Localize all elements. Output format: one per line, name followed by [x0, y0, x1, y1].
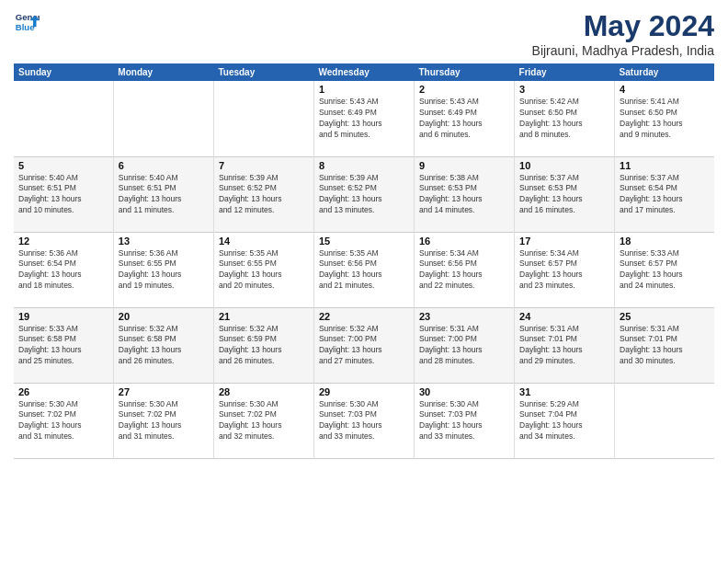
calendar-cell: 22Sunrise: 5:32 AM Sunset: 7:00 PM Dayli…: [313, 307, 414, 383]
calendar-page: General Blue May 2024 Bijrauni, Madhya P…: [0, 0, 728, 563]
calendar-cell: 9Sunrise: 5:38 AM Sunset: 6:53 PM Daylig…: [415, 156, 515, 232]
day-info: Sunrise: 5:31 AM Sunset: 7:01 PM Dayligh…: [620, 324, 710, 368]
table-row: 19Sunrise: 5:33 AM Sunset: 6:58 PM Dayli…: [14, 307, 714, 383]
day-number: 25: [620, 311, 710, 322]
day-number: 24: [519, 311, 609, 322]
day-info: Sunrise: 5:31 AM Sunset: 7:00 PM Dayligh…: [419, 324, 509, 368]
calendar-cell: 16Sunrise: 5:34 AM Sunset: 6:56 PM Dayli…: [415, 232, 515, 307]
calendar-cell: 21Sunrise: 5:32 AM Sunset: 6:59 PM Dayli…: [213, 307, 313, 383]
day-info: Sunrise: 5:32 AM Sunset: 7:00 PM Dayligh…: [319, 324, 409, 368]
subtitle: Bijrauni, Madhya Pradesh, India: [532, 43, 714, 58]
day-number: 8: [319, 160, 409, 171]
day-number: 31: [519, 386, 609, 397]
day-info: Sunrise: 5:34 AM Sunset: 6:56 PM Dayligh…: [419, 248, 509, 293]
day-info: Sunrise: 5:29 AM Sunset: 7:04 PM Dayligh…: [519, 399, 609, 443]
day-number: 7: [219, 160, 309, 171]
day-number: 17: [519, 236, 609, 247]
day-number: 20: [119, 311, 209, 322]
main-title: May 2024: [532, 9, 714, 43]
calendar-cell: 23Sunrise: 5:31 AM Sunset: 7:00 PM Dayli…: [415, 307, 515, 383]
calendar-cell: 25Sunrise: 5:31 AM Sunset: 7:01 PM Dayli…: [615, 307, 714, 383]
calendar-table: Sunday Monday Tuesday Wednesday Thursday…: [14, 63, 714, 459]
day-number: 14: [219, 236, 309, 247]
calendar-cell: 8Sunrise: 5:39 AM Sunset: 6:52 PM Daylig…: [313, 156, 414, 232]
day-info: Sunrise: 5:30 AM Sunset: 7:03 PM Dayligh…: [419, 399, 509, 443]
day-number: 27: [119, 386, 209, 397]
day-info: Sunrise: 5:30 AM Sunset: 7:02 PM Dayligh…: [119, 399, 209, 443]
col-tuesday: Tuesday: [213, 63, 313, 81]
day-info: Sunrise: 5:41 AM Sunset: 6:50 PM Dayligh…: [620, 97, 710, 141]
calendar-cell: 14Sunrise: 5:35 AM Sunset: 6:55 PM Dayli…: [213, 232, 313, 307]
day-number: 22: [319, 311, 409, 322]
day-number: 10: [519, 160, 609, 171]
day-info: Sunrise: 5:40 AM Sunset: 6:51 PM Dayligh…: [119, 173, 209, 217]
title-block: May 2024 Bijrauni, Madhya Pradesh, India: [532, 9, 714, 58]
day-info: Sunrise: 5:43 AM Sunset: 6:49 PM Dayligh…: [419, 97, 509, 141]
calendar-cell: 12Sunrise: 5:36 AM Sunset: 6:54 PM Dayli…: [14, 232, 113, 307]
day-number: 30: [419, 386, 509, 397]
table-row: 12Sunrise: 5:36 AM Sunset: 6:54 PM Dayli…: [14, 232, 714, 307]
calendar-cell: [213, 81, 313, 156]
logo-icon: General Blue: [14, 9, 40, 35]
calendar-cell: 1Sunrise: 5:43 AM Sunset: 6:49 PM Daylig…: [313, 81, 414, 156]
day-number: 13: [119, 236, 209, 247]
day-info: Sunrise: 5:37 AM Sunset: 6:54 PM Dayligh…: [620, 173, 710, 217]
calendar-cell: [615, 383, 714, 458]
calendar-cell: 6Sunrise: 5:40 AM Sunset: 6:51 PM Daylig…: [113, 156, 213, 232]
calendar-cell: 2Sunrise: 5:43 AM Sunset: 6:49 PM Daylig…: [415, 81, 515, 156]
calendar-cell: 11Sunrise: 5:37 AM Sunset: 6:54 PM Dayli…: [615, 156, 714, 232]
day-info: Sunrise: 5:33 AM Sunset: 6:57 PM Dayligh…: [620, 248, 710, 293]
day-info: Sunrise: 5:35 AM Sunset: 6:55 PM Dayligh…: [219, 248, 309, 293]
day-info: Sunrise: 5:39 AM Sunset: 6:52 PM Dayligh…: [219, 173, 309, 217]
day-info: Sunrise: 5:36 AM Sunset: 6:54 PM Dayligh…: [18, 248, 108, 293]
col-sunday: Sunday: [14, 63, 113, 81]
day-number: 12: [18, 236, 108, 247]
calendar-cell: 30Sunrise: 5:30 AM Sunset: 7:03 PM Dayli…: [415, 383, 515, 458]
calendar-cell: [113, 81, 213, 156]
day-number: 16: [419, 236, 509, 247]
calendar-cell: 24Sunrise: 5:31 AM Sunset: 7:01 PM Dayli…: [515, 307, 615, 383]
col-friday: Friday: [515, 63, 615, 81]
day-info: Sunrise: 5:42 AM Sunset: 6:50 PM Dayligh…: [519, 97, 609, 141]
calendar-cell: 27Sunrise: 5:30 AM Sunset: 7:02 PM Dayli…: [113, 383, 213, 458]
day-number: 5: [18, 160, 108, 171]
day-info: Sunrise: 5:34 AM Sunset: 6:57 PM Dayligh…: [519, 248, 609, 293]
day-info: Sunrise: 5:32 AM Sunset: 6:58 PM Dayligh…: [119, 324, 209, 368]
calendar-cell: 17Sunrise: 5:34 AM Sunset: 6:57 PM Dayli…: [515, 232, 615, 307]
day-info: Sunrise: 5:35 AM Sunset: 6:56 PM Dayligh…: [319, 248, 409, 293]
day-info: Sunrise: 5:31 AM Sunset: 7:01 PM Dayligh…: [519, 324, 609, 368]
calendar-cell: 7Sunrise: 5:39 AM Sunset: 6:52 PM Daylig…: [213, 156, 313, 232]
calendar-cell: 26Sunrise: 5:30 AM Sunset: 7:02 PM Dayli…: [14, 383, 113, 458]
calendar-cell: 5Sunrise: 5:40 AM Sunset: 6:51 PM Daylig…: [14, 156, 113, 232]
day-number: 3: [519, 84, 609, 95]
day-number: 1: [319, 84, 409, 95]
col-monday: Monday: [113, 63, 213, 81]
table-row: 1Sunrise: 5:43 AM Sunset: 6:49 PM Daylig…: [14, 81, 714, 156]
logo: General Blue: [14, 9, 40, 35]
day-info: Sunrise: 5:39 AM Sunset: 6:52 PM Dayligh…: [319, 173, 409, 217]
day-number: 4: [620, 84, 710, 95]
calendar-cell: 19Sunrise: 5:33 AM Sunset: 6:58 PM Dayli…: [14, 307, 113, 383]
day-number: 21: [219, 311, 309, 322]
header: General Blue May 2024 Bijrauni, Madhya P…: [14, 9, 714, 58]
day-info: Sunrise: 5:40 AM Sunset: 6:51 PM Dayligh…: [18, 173, 108, 217]
day-number: 2: [419, 84, 509, 95]
calendar-cell: [14, 81, 113, 156]
calendar-cell: 28Sunrise: 5:30 AM Sunset: 7:02 PM Dayli…: [213, 383, 313, 458]
calendar-cell: 3Sunrise: 5:42 AM Sunset: 6:50 PM Daylig…: [515, 81, 615, 156]
day-number: 9: [419, 160, 509, 171]
day-info: Sunrise: 5:43 AM Sunset: 6:49 PM Dayligh…: [319, 97, 409, 141]
calendar-cell: 18Sunrise: 5:33 AM Sunset: 6:57 PM Dayli…: [615, 232, 714, 307]
day-number: 26: [18, 386, 108, 397]
day-info: Sunrise: 5:30 AM Sunset: 7:03 PM Dayligh…: [319, 399, 409, 443]
day-number: 29: [319, 386, 409, 397]
day-info: Sunrise: 5:32 AM Sunset: 6:59 PM Dayligh…: [219, 324, 309, 368]
day-number: 18: [620, 236, 710, 247]
day-number: 11: [620, 160, 710, 171]
day-number: 23: [419, 311, 509, 322]
day-info: Sunrise: 5:38 AM Sunset: 6:53 PM Dayligh…: [419, 173, 509, 217]
day-info: Sunrise: 5:33 AM Sunset: 6:58 PM Dayligh…: [18, 324, 108, 368]
day-info: Sunrise: 5:30 AM Sunset: 7:02 PM Dayligh…: [219, 399, 309, 443]
col-thursday: Thursday: [415, 63, 515, 81]
svg-text:Blue: Blue: [16, 22, 35, 32]
